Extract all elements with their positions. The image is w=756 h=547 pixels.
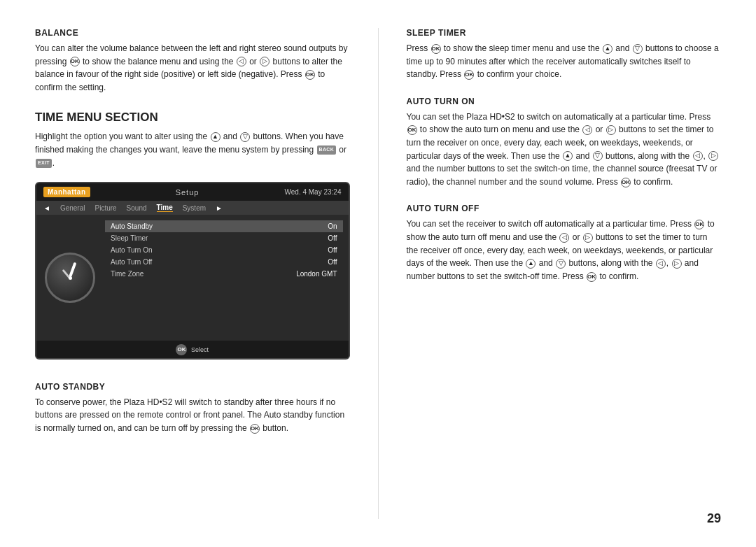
tv-ok-btn: OK bbox=[176, 344, 187, 355]
tv-body: Auto Standby On Sleep Timer Off Auto Tur… bbox=[36, 215, 349, 341]
ok-icon-sleep-2: OK bbox=[464, 70, 474, 80]
up-icon: ▲ bbox=[211, 132, 220, 142]
auto-turn-off-text: You can set the receiver to switch off a… bbox=[407, 218, 722, 283]
balance-text: You can alter the volume balance between… bbox=[35, 42, 350, 94]
menu-value: London GMT bbox=[225, 268, 343, 280]
right-icon-on-2: ▷ bbox=[708, 151, 718, 161]
menu-value: Off bbox=[225, 256, 343, 268]
sleep-timer-text: Press OK to show the sleep timer menu an… bbox=[407, 42, 722, 81]
table-row: Auto Standby On bbox=[105, 220, 343, 232]
tv-date: Wed. 4 May 23:24 bbox=[285, 188, 342, 196]
menu-value: Off bbox=[225, 244, 343, 256]
auto-turn-on-section: AUTO TURN ON You can set the Plaza HD•S2… bbox=[407, 84, 722, 192]
tv-logo: Manhattan bbox=[43, 187, 90, 197]
tv-footer-text: Select bbox=[191, 346, 209, 353]
nav-general[interactable]: General bbox=[60, 204, 85, 212]
down-icon: ▽ bbox=[240, 132, 250, 142]
auto-standby-text: To conserve power, the Plaza HD•S2 will … bbox=[35, 396, 350, 435]
auto-turn-on-title: AUTO TURN ON bbox=[407, 97, 722, 106]
auto-standby-title: AUTO STANDBY bbox=[35, 382, 350, 392]
left-icon-off-2: ◁ bbox=[656, 259, 666, 269]
time-menu-text: Highlight the option you want to alter u… bbox=[35, 130, 350, 169]
time-menu-section: TIME MENU SECTION Highlight the option y… bbox=[35, 97, 350, 172]
table-row: Auto Turn On Off bbox=[105, 244, 343, 256]
menu-value: On bbox=[225, 220, 343, 232]
nav-sound[interactable]: Sound bbox=[127, 204, 147, 212]
left-column: BALANCE You can alter the volume balance… bbox=[35, 28, 350, 519]
time-menu-title: TIME MENU SECTION bbox=[35, 111, 350, 125]
nav-system[interactable]: System bbox=[183, 204, 206, 212]
table-row: Sleep Timer Off bbox=[105, 232, 343, 244]
left-icon: ◁ bbox=[237, 57, 246, 66]
tv-clock bbox=[42, 220, 98, 335]
back-icon: BACK bbox=[317, 145, 336, 155]
tv-screen: Manhattan Setup Wed. 4 May 23:24 ◄ Gener… bbox=[35, 182, 350, 360]
ok-icon: OK bbox=[70, 57, 80, 66]
down-icon-sleep: ▽ bbox=[633, 44, 643, 54]
exit-icon: EXIT bbox=[36, 159, 52, 168]
balance-section: BALANCE You can alter the volume balance… bbox=[35, 28, 350, 97]
down-icon-off: ▽ bbox=[556, 259, 566, 269]
clock-face bbox=[45, 253, 95, 303]
tv-menu-title: Setup bbox=[176, 188, 200, 197]
left-icon-on: ◁ bbox=[582, 125, 592, 135]
tv-footer: OK Select bbox=[36, 341, 349, 358]
nav-picture[interactable]: Picture bbox=[94, 204, 116, 212]
right-icon-off-2: ▷ bbox=[672, 259, 682, 269]
table-row: Time Zone London GMT bbox=[105, 268, 343, 280]
up-icon-off: ▲ bbox=[526, 259, 536, 269]
ok-icon-standby: OK bbox=[250, 424, 260, 434]
ok-icon-off-2: OK bbox=[587, 272, 596, 282]
auto-standby-section: AUTO STANDBY To conserve power, the Plaz… bbox=[35, 369, 350, 438]
left-icon-on-2: ◁ bbox=[693, 151, 703, 161]
tv-menu-table: Auto Standby On Sleep Timer Off Auto Tur… bbox=[105, 220, 343, 280]
ok-icon-2: OK bbox=[305, 70, 315, 80]
menu-label: Auto Standby bbox=[105, 220, 225, 232]
left-icon-off: ◁ bbox=[559, 233, 569, 243]
nav-arrow-left: ◄ bbox=[43, 204, 50, 212]
ok-icon-on: OK bbox=[407, 125, 417, 135]
column-divider bbox=[378, 28, 379, 519]
down-icon-on: ▽ bbox=[593, 151, 603, 161]
up-icon-on: ▲ bbox=[563, 151, 573, 161]
tv-menu-area: Auto Standby On Sleep Timer Off Auto Tur… bbox=[105, 220, 343, 335]
auto-turn-on-text: You can set the Plaza HD•S2 to switch on… bbox=[407, 111, 722, 189]
menu-label: Auto Turn Off bbox=[105, 256, 225, 268]
menu-label: Time Zone bbox=[105, 268, 225, 280]
right-icon-off: ▷ bbox=[583, 233, 593, 243]
right-icon-on: ▷ bbox=[606, 125, 616, 135]
right-icon: ▷ bbox=[260, 57, 270, 66]
menu-label: Sleep Timer bbox=[105, 232, 225, 244]
menu-value: Off bbox=[225, 232, 343, 244]
menu-label: Auto Turn On bbox=[105, 244, 225, 256]
right-column: SLEEP TIMER Press OK to show the sleep t… bbox=[407, 28, 722, 519]
ok-icon-on-2: OK bbox=[621, 178, 631, 187]
sleep-timer-section: SLEEP TIMER Press OK to show the sleep t… bbox=[407, 28, 722, 84]
clock-dot bbox=[69, 276, 72, 280]
ok-icon-off: OK bbox=[694, 220, 704, 229]
table-row: Auto Turn Off Off bbox=[105, 256, 343, 268]
balance-title: BALANCE bbox=[35, 28, 350, 38]
page: BALANCE You can alter the volume balance… bbox=[0, 0, 756, 547]
two-column-layout: BALANCE You can alter the volume balance… bbox=[35, 28, 721, 519]
sleep-timer-title: SLEEP TIMER bbox=[407, 28, 722, 38]
nav-arrow-right: ► bbox=[216, 204, 223, 212]
ok-icon-sleep: OK bbox=[431, 44, 441, 54]
auto-turn-off-title: AUTO TURN OFF bbox=[407, 204, 722, 213]
auto-turn-off-section: AUTO TURN OFF You can set the receiver t… bbox=[407, 191, 722, 285]
tv-header: Manhattan Setup Wed. 4 May 23:24 bbox=[36, 183, 349, 201]
page-number: 29 bbox=[707, 511, 721, 526]
tv-nav: ◄ General Picture Sound Time System ► bbox=[36, 201, 349, 215]
nav-time[interactable]: Time bbox=[157, 204, 173, 212]
up-icon-sleep: ▲ bbox=[603, 44, 612, 54]
